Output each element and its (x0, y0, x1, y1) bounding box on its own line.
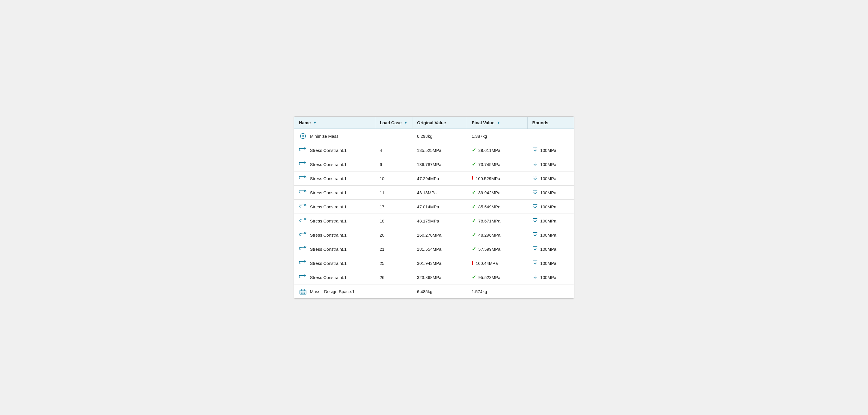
svg-rect-67 (302, 289, 304, 291)
svg-text:σ: σ (299, 232, 302, 237)
cell-loadcase (375, 285, 412, 299)
bounds-value-text: 100MPa (540, 162, 556, 167)
svg-point-68 (301, 293, 302, 294)
stress-icon: σ (299, 188, 307, 197)
cell-final-value: ✓ 95.523MPa (467, 270, 528, 285)
cell-loadcase: 17 (375, 200, 412, 214)
svg-point-69 (302, 293, 304, 294)
final-value-text: 95.523MPa (478, 275, 500, 280)
bounds-arrow-icon (532, 161, 538, 168)
cell-original-value: 323.868MPa (412, 270, 467, 285)
row-name-label: Stress Constraint.1 (310, 176, 347, 181)
svg-text:σ: σ (299, 147, 302, 152)
cell-original-value: 160.278MPa (412, 228, 467, 242)
finalvalue-filter-icon[interactable]: ▼ (497, 120, 500, 125)
final-value-text: 85.549MPa (478, 204, 500, 209)
status-check-icon: ✓ (472, 147, 476, 153)
final-value-text: 57.599MPa (478, 247, 500, 251)
cell-bounds: 100MPa (528, 242, 574, 256)
row-name-label: Stress Constraint.1 (310, 247, 347, 251)
status-check-icon: ✓ (472, 161, 476, 168)
table-row: σ Stress Constraint.1 1148.13MPa ✓ 89.94… (294, 186, 574, 200)
row-name-label: Stress Constraint.1 (310, 190, 347, 195)
svg-text:σ: σ (299, 260, 302, 265)
results-table: Name ▼ Load Case ▼ Original Value (294, 117, 574, 298)
final-value-text: 89.942MPa (478, 190, 500, 195)
bounds-arrow-icon (532, 147, 538, 154)
cell-final-value: ✓ 39.611MPa (467, 143, 528, 157)
status-warning-icon: ! (472, 260, 473, 266)
cell-final-value: ✓ 78.671MPa (467, 214, 528, 228)
cell-bounds: 100MPa (528, 256, 574, 270)
stress-icon: σ (299, 231, 307, 239)
table-row: σ Stress Constraint.1 1848.175MPa ✓ 78.6… (294, 214, 574, 228)
cell-loadcase: 18 (375, 214, 412, 228)
cell-loadcase: 6 (375, 157, 412, 172)
bounds-arrow-icon (532, 175, 538, 182)
svg-text:σ: σ (299, 175, 302, 180)
bounds-value-text: 100MPa (540, 275, 556, 280)
svg-point-1 (302, 135, 304, 137)
svg-text:σ: σ (299, 274, 302, 279)
cell-loadcase: 25 (375, 256, 412, 270)
cell-final-value: ✓ 48.296MPa (467, 228, 528, 242)
cell-name: σ Stress Constraint.1 (294, 186, 375, 200)
row-name-label: Stress Constraint.1 (310, 233, 347, 237)
cell-bounds: 100MPa (528, 214, 574, 228)
cell-name: Mass - Design Space.1 (294, 285, 375, 299)
cell-loadcase: 26 (375, 270, 412, 285)
cell-final-value: ✓ 89.942MPa (467, 186, 528, 200)
cell-original-value: 301.943MPa (412, 256, 467, 270)
cell-final-value: ✓ 85.549MPa (467, 200, 528, 214)
col-header-final: Final Value ▼ (467, 117, 528, 129)
loadcase-filter-icon[interactable]: ▼ (404, 120, 407, 125)
cell-name: σ Stress Constraint.1 (294, 214, 375, 228)
table-row: σ Stress Constraint.1 21181.554MPa ✓ 57.… (294, 242, 574, 256)
row-name-label: Stress Constraint.1 (310, 261, 347, 266)
stress-icon: σ (299, 273, 307, 281)
status-check-icon: ✓ (472, 274, 476, 280)
final-value-text: 48.296MPa (478, 233, 500, 237)
row-name-label: Minimize Mass (310, 134, 338, 139)
table-row: σ Stress Constraint.1 1047.294MPa ! 100.… (294, 172, 574, 186)
table-row: σ Stress Constraint.1 1747.014MPa ✓ 85.5… (294, 200, 574, 214)
name-filter-icon[interactable]: ▼ (313, 120, 317, 125)
cell-bounds (528, 285, 574, 299)
final-value-text: 73.745MPa (478, 162, 500, 167)
bounds-arrow-icon (532, 232, 538, 238)
cell-bounds: 100MPa (528, 157, 574, 172)
bounds-value-text: 100MPa (540, 218, 556, 224)
cell-bounds (528, 129, 574, 143)
cell-final-value: ! 100.44MPa (467, 256, 528, 270)
cell-original-value: 136.787MPa (412, 157, 467, 172)
table-row: Mass - Design Space.1 6.485kg 1.574kg (294, 285, 574, 299)
status-check-icon: ✓ (472, 246, 476, 252)
cell-loadcase: 21 (375, 242, 412, 256)
cell-final-value: ! 100.529MPa (467, 172, 528, 186)
col-header-loadcase: Load Case ▼ (375, 117, 412, 129)
table-header-row: Name ▼ Load Case ▼ Original Value (294, 117, 574, 129)
cell-loadcase: 4 (375, 143, 412, 157)
col-header-name: Name ▼ (294, 117, 375, 129)
cell-bounds: 100MPa (528, 270, 574, 285)
cell-name: σ Stress Constraint.1 (294, 172, 375, 186)
final-value-text: 100.44MPa (476, 261, 498, 266)
cell-final-value: 1.574kg (467, 285, 528, 299)
cell-original-value: 48.13MPa (412, 186, 467, 200)
svg-text:σ: σ (299, 189, 302, 194)
svg-text:σ: σ (299, 246, 302, 251)
status-check-icon: ✓ (472, 189, 476, 196)
bounds-value-text: 100MPa (540, 176, 556, 181)
row-name-label: Stress Constraint.1 (310, 275, 347, 280)
bounds-arrow-icon (532, 217, 538, 224)
row-name-label: Stress Constraint.1 (310, 204, 347, 209)
cell-name: σ Stress Constraint.1 (294, 228, 375, 242)
cell-bounds: 100MPa (528, 186, 574, 200)
table-row: σ Stress Constraint.1 26323.868MPa ✓ 95.… (294, 270, 574, 285)
table-row: σ Stress Constraint.1 25301.943MPa ! 100… (294, 256, 574, 270)
cell-name: σ Stress Constraint.1 (294, 270, 375, 285)
final-value-text: 1.387kg (472, 134, 487, 139)
cell-original-value: 6.485kg (412, 285, 467, 299)
stress-icon: σ (299, 160, 307, 168)
cell-name: σ Stress Constraint.1 (294, 200, 375, 214)
